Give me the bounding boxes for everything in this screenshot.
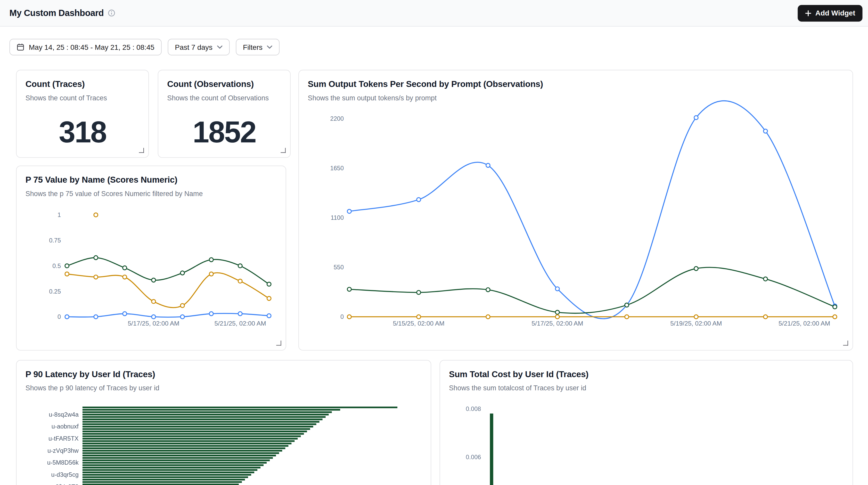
svg-text:0.006: 0.006 <box>466 454 481 460</box>
chevron-down-icon <box>217 46 222 49</box>
filters-label: Filters <box>243 43 262 51</box>
calendar-icon <box>17 43 24 51</box>
svg-text:u-zVqP3hw: u-zVqP3hw <box>48 447 79 454</box>
svg-text:u-tFAR5TX: u-tFAR5TX <box>49 435 79 442</box>
svg-text:0.25: 0.25 <box>49 288 61 295</box>
svg-text:5/21/25, 02:00 AM: 5/21/25, 02:00 AM <box>215 320 266 327</box>
svg-text:5/21/25, 02:00 AM: 5/21/25, 02:00 AM <box>778 320 830 327</box>
add-widget-label: Add Widget <box>815 9 856 17</box>
add-widget-button[interactable]: Add Widget <box>798 5 862 21</box>
resize-handle-icon[interactable] <box>843 340 848 345</box>
page-header: My Custom Dashboard Add Widget <box>0 0 868 27</box>
widget-count-observations[interactable]: Count (Observations) Shows the count of … <box>158 70 290 158</box>
info-icon[interactable] <box>108 9 116 17</box>
filters-button[interactable]: Filters <box>236 39 280 55</box>
svg-text:u-8sq2w4a: u-8sq2w4a <box>49 411 79 418</box>
svg-text:0: 0 <box>340 313 344 320</box>
svg-text:5/17/25, 02:00 AM: 5/17/25, 02:00 AM <box>531 320 583 327</box>
svg-text:0.5: 0.5 <box>52 263 61 269</box>
date-range-picker[interactable]: May 14, 25 : 08:45 - May 21, 25 : 08:45 <box>9 39 161 55</box>
svg-text:5/15/25, 02:00 AM: 5/15/25, 02:00 AM <box>393 320 444 327</box>
bar-chart-sum-total-cost: 0.0080.006 <box>440 360 853 485</box>
line-chart-p75-value: 00.250.50.7515/17/25, 02:00 AM5/21/25, 0… <box>17 166 286 351</box>
svg-text:5/19/25, 02:00 AM: 5/19/25, 02:00 AM <box>670 320 722 327</box>
plus-icon <box>805 10 811 17</box>
svg-text:5/17/25, 02:00 AM: 5/17/25, 02:00 AM <box>128 320 179 327</box>
widget-sum-output-tokens[interactable]: Sum Output Tokens Per Second by Prompt (… <box>298 70 853 350</box>
svg-text:u-aobnuxf: u-aobnuxf <box>52 423 79 430</box>
svg-text:2200: 2200 <box>330 115 344 122</box>
widget-count-traces[interactable]: Count (Traces) Shows the count of Traces… <box>16 70 149 158</box>
line-chart-sum-output-tokens: 05501100165022005/15/25, 02:00 AM5/17/25… <box>299 70 853 351</box>
svg-text:u-5M8D56k: u-5M8D56k <box>47 459 79 466</box>
widget-p90-latency[interactable]: P 90 Latency by User Id (Traces) Shows t… <box>16 360 431 485</box>
svg-text:1: 1 <box>58 212 61 218</box>
date-preset-label: Past 7 days <box>175 43 213 51</box>
resize-handle-icon[interactable] <box>139 148 144 153</box>
widget-sum-total-cost[interactable]: Sum Total Cost by User Id (Traces) Shows… <box>439 360 853 485</box>
bar-chart-p90-latency: u-8sq2w4au-aobnuxfu-tFAR5TXu-zVqP3hwu-5M… <box>17 360 431 485</box>
svg-text:u-d3qr5cg: u-d3qr5cg <box>51 471 79 478</box>
svg-text:550: 550 <box>334 264 344 271</box>
count-traces-value: 318 <box>17 110 148 153</box>
svg-text:0.75: 0.75 <box>49 237 61 244</box>
widget-subtitle: Shows the count of Observations <box>167 94 281 102</box>
page-title: My Custom Dashboard <box>9 8 104 18</box>
widget-title: Count (Observations) <box>167 79 281 89</box>
svg-text:1650: 1650 <box>330 165 344 172</box>
resize-handle-icon[interactable] <box>281 148 285 153</box>
svg-text:0.008: 0.008 <box>466 405 481 412</box>
chevron-down-icon <box>267 46 272 49</box>
svg-text:u-8fVq9T3: u-8fVq9T3 <box>50 483 79 485</box>
svg-text:0: 0 <box>58 313 61 320</box>
dashboard-page: My Custom Dashboard Add Widget <box>0 0 868 485</box>
count-observations-value: 1852 <box>158 110 290 153</box>
widget-p75-value[interactable]: P 75 Value by Name (Scores Numeric) Show… <box>16 165 286 351</box>
resize-handle-icon[interactable] <box>276 340 281 345</box>
filters-toolbar: May 14, 25 : 08:45 - May 21, 25 : 08:45 … <box>9 39 280 55</box>
widget-title: Count (Traces) <box>26 79 140 89</box>
date-preset-select[interactable]: Past 7 days <box>167 39 229 55</box>
svg-text:1100: 1100 <box>331 214 344 221</box>
date-range-label: May 14, 25 : 08:45 - May 21, 25 : 08:45 <box>29 43 154 51</box>
widget-subtitle: Shows the count of Traces <box>26 94 140 102</box>
